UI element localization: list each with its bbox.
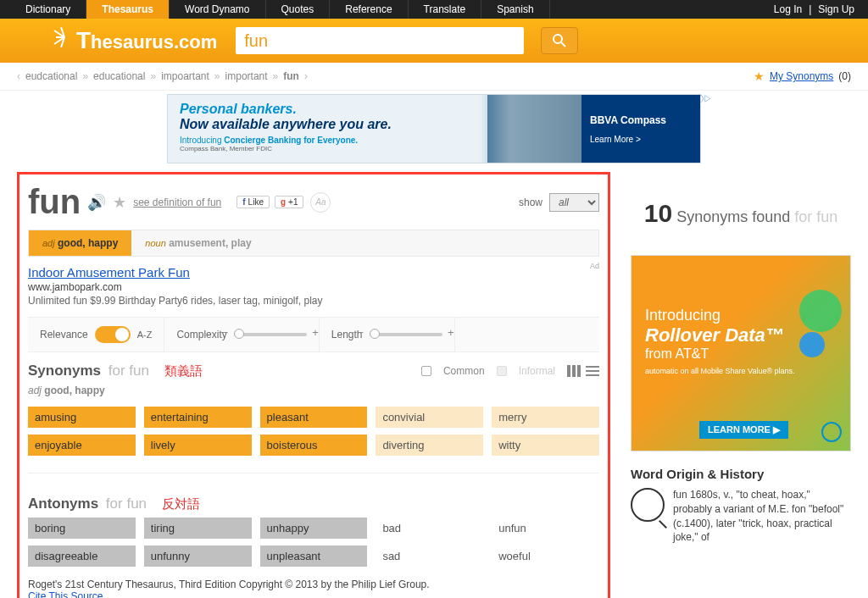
font-size-button[interactable]: Aa [310, 192, 331, 213]
crumb[interactable]: impoartant [161, 70, 209, 82]
svg-rect-8 [572, 365, 576, 377]
ad-disclaimer: Compass Bank, Member FDIC [180, 145, 392, 152]
synonym-tag[interactable]: witty [492, 435, 599, 456]
header-bar: Thesaurus.com [0, 19, 868, 63]
inline-ad-text: Unlimited fun $9.99 Birthday Party6 ride… [28, 295, 599, 307]
nav-word-dynamo[interactable]: Word Dynamo [170, 0, 265, 19]
star-icon: ★ [754, 69, 765, 83]
attribution: Roget's 21st Century Thesaurus, Third Ed… [28, 579, 599, 598]
antonym-tag[interactable]: woeful [492, 545, 599, 567]
antonym-tag[interactable]: sad [376, 545, 483, 567]
antonym-tag[interactable]: bad [376, 518, 483, 539]
sidebar-ad[interactable]: Introducing Rollover Data™ from AT&T aut… [631, 255, 851, 451]
svg-rect-11 [586, 370, 599, 372]
ad-shape [799, 332, 825, 357]
breadcrumb-row: ‹ eudcational» educational» impoartant» … [0, 63, 868, 91]
antonym-tag[interactable]: disagreeable [28, 545, 136, 567]
search-icon [551, 32, 568, 49]
nav-translate[interactable]: Translate [409, 0, 482, 19]
nav-quotes[interactable]: Quotes [266, 0, 331, 19]
ad-subhead: Introducing Concierge Banking for Everyo… [180, 136, 392, 145]
logo[interactable]: Thesaurus.com [76, 27, 217, 54]
svg-rect-7 [567, 365, 570, 377]
show-label: show [519, 197, 542, 208]
chevron-left-icon[interactable]: ‹ [17, 70, 20, 82]
common-checkbox[interactable] [421, 366, 431, 376]
synonym-tag[interactable]: pleasant [260, 407, 368, 428]
complexity-slider[interactable] [234, 333, 307, 336]
synonym-tag[interactable]: diverting [376, 435, 483, 456]
grid-view-icon[interactable] [567, 365, 581, 377]
crumb[interactable]: eudcational [25, 70, 77, 82]
top-nav: Dictionary Thesaurus Word Dynamo Quotes … [0, 0, 868, 19]
antonym-tag[interactable]: tiring [144, 518, 252, 539]
nav-thesaurus[interactable]: Thesaurus [86, 0, 170, 19]
inline-ad-title[interactable]: Indoor Amusement Park Fun [28, 265, 190, 280]
synonyms-jp: 類義語 [164, 363, 203, 379]
antonym-tag[interactable]: unfunny [144, 545, 252, 567]
my-synonyms-count: (0) [838, 70, 851, 82]
google-plus-button[interactable]: g+1 [275, 196, 304, 208]
antonym-tag[interactable]: boring [28, 518, 136, 539]
synonym-tag[interactable]: entertaining [144, 407, 252, 428]
synonyms-heading: Synonyms for fun [28, 363, 149, 379]
word-origin: Word Origin & History fun 1680s, v., "to… [631, 467, 851, 545]
att-logo-icon [821, 422, 842, 442]
synonym-tag[interactable]: convivial [376, 407, 483, 428]
filters-row: Relevance A-Z Complexity Length [28, 318, 599, 352]
crumb[interactable]: educational [93, 70, 145, 82]
login-link[interactable]: Log In [771, 0, 805, 19]
synonym-tag[interactable]: amusing [28, 407, 136, 428]
sense-tab-noun[interactable]: noun amusement, play [131, 230, 264, 256]
side-ad-cta[interactable]: LEARN MORE ▶ [699, 421, 788, 439]
list-view-icon[interactable] [586, 365, 599, 377]
show-select[interactable]: all [549, 193, 599, 212]
fb-like-button[interactable]: fLike [236, 196, 270, 208]
nav-reference[interactable]: Reference [330, 0, 408, 19]
informal-checkbox[interactable] [497, 366, 507, 376]
synonym-tag[interactable]: lively [144, 435, 252, 456]
antonym-tag[interactable]: unfun [492, 518, 599, 539]
ad-cta[interactable]: Learn More > [590, 135, 641, 144]
my-synonyms-link[interactable]: My Synonyms [770, 70, 833, 82]
antonym-tag[interactable]: unpleasant [260, 545, 368, 567]
magnifier-icon [631, 488, 665, 522]
banner-ad[interactable]: ⓘ▷ Personal bankers. Now available anywh… [167, 94, 701, 163]
nav-spanish[interactable]: Spanish [481, 0, 549, 19]
synonym-tag[interactable]: merry [492, 407, 599, 428]
origin-text: fun 1680s, v., "to cheat, hoax," probabl… [673, 488, 851, 545]
antonyms-grid: boring tiring unhappy bad unfun disagree… [28, 518, 599, 567]
sense-tab-adj[interactable]: adj good, happy [29, 230, 131, 256]
main-content: fun 🔊 ★ see definition of fun fLike g+1 … [17, 172, 610, 598]
relevance-toggle[interactable] [95, 326, 131, 343]
inline-ad[interactable]: Ad Indoor Amusement Park Fun www.jambopa… [28, 257, 599, 318]
cite-link[interactable]: Cite This Source [28, 590, 103, 598]
search-button[interactable] [541, 27, 578, 54]
inline-ad-domain: www.jambopark.com [28, 281, 599, 293]
synonym-tag[interactable]: enjoyable [28, 435, 136, 456]
favorite-star-icon[interactable]: ★ [113, 193, 126, 212]
nav-dictionary[interactable]: Dictionary [10, 0, 86, 19]
breadcrumb: ‹ eudcational» educational» impoartant» … [17, 69, 308, 83]
definition-link[interactable]: see definition of fun [133, 197, 221, 208]
audio-icon[interactable]: 🔊 [87, 193, 106, 212]
my-synonyms[interactable]: ★ My Synonyms (0) [754, 69, 851, 83]
logo-rays-icon [53, 25, 76, 49]
svg-rect-12 [586, 374, 599, 376]
side-ad-small: automatic on all Mobile Share Value® pla… [645, 367, 837, 376]
synonyms-grid: amusing entertaining pleasant convivial … [28, 407, 599, 473]
complexity-label: Complexity [176, 329, 226, 341]
crumb[interactable]: important [225, 70, 268, 82]
antonym-tag[interactable]: unhappy [260, 518, 368, 539]
search-input[interactable] [236, 27, 524, 54]
antonyms-heading: Antonyms for fun [28, 496, 147, 512]
chevron-right-icon[interactable]: › [304, 70, 308, 82]
ad-headline-1: Personal bankers. [180, 102, 392, 117]
ad-image [480, 95, 581, 163]
synonym-tag[interactable]: boisterous [260, 435, 368, 456]
signup-link[interactable]: Sign Up [815, 0, 858, 19]
right-column: 10 Synonyms found for fun Introducing Ro… [631, 172, 851, 598]
ad-brand: BBVA Compass [590, 114, 666, 126]
length-slider[interactable] [370, 333, 442, 336]
ad-shape [799, 290, 842, 332]
